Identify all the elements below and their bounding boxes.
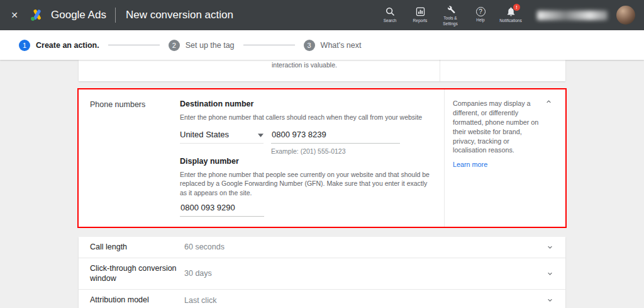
setting-value: Last click — [184, 296, 546, 305]
setting-label: Click-through conversion window — [90, 263, 184, 285]
google-ads-brand: Google Ads — [29, 8, 106, 23]
step-2-label: Set up the tag — [186, 41, 235, 50]
close-button[interactable]: ✕ — [0, 0, 29, 30]
setting-label: Attribution model — [90, 295, 184, 305]
chevron-down-icon[interactable] — [546, 270, 554, 278]
wizard-stepper: 1 Create an action. 2 Set up the tag 3 W… — [0, 30, 644, 60]
google-ads-logo-icon — [29, 8, 45, 23]
setting-row-click-through-window[interactable]: Click-through conversion window 30 days — [79, 258, 565, 290]
wrench-icon — [445, 4, 456, 14]
step-1-label: Create an action. — [36, 41, 99, 50]
setting-value: 30 days — [184, 269, 546, 278]
destination-number-example: Example: (201) 555-0123 — [271, 147, 431, 155]
chevron-up-icon — [545, 98, 553, 108]
side-note-panel: Companies may display a different, or di… — [444, 89, 565, 227]
nav-tools-settings[interactable]: Tools & Settings — [435, 4, 465, 26]
card-vertical-divider — [440, 60, 440, 81]
previous-section-card: interaction is valuable. — [79, 60, 565, 81]
setting-row-attribution-model[interactable]: Attribution model Last click — [79, 290, 565, 308]
step-3-label: What's next — [321, 41, 362, 50]
side-note-text: Companies may display a different, or di… — [453, 99, 543, 155]
nav-tools-settings-label: Tools & Settings — [438, 16, 463, 26]
nav-notifications-label: Notifications — [499, 18, 521, 23]
destination-number-input[interactable] — [271, 130, 400, 144]
dropdown-caret-icon — [258, 130, 264, 139]
learn-more-link[interactable]: Learn more — [453, 161, 487, 168]
avatar[interactable] — [616, 6, 635, 25]
step-set-up-tag[interactable]: 2 Set up the tag — [169, 40, 235, 51]
nav-reports[interactable]: Reports — [405, 6, 435, 23]
content-area: interaction is valuable. Phone numbers D… — [0, 60, 644, 308]
country-select[interactable]: United States — [180, 130, 264, 144]
brand-name: Google Ads — [51, 9, 106, 21]
step-whats-next[interactable]: 3 What's next — [304, 40, 362, 51]
setting-row-call-length[interactable]: Call length 60 seconds — [79, 237, 565, 258]
phone-numbers-card: Phone numbers Destination number Enter t… — [79, 89, 565, 227]
destination-number-title: Destination number — [180, 100, 431, 108]
screen: ✕ Google Ads New conversion action Searc… — [0, 0, 644, 308]
page-title: New conversion action — [126, 9, 233, 21]
display-number-input[interactable] — [180, 203, 264, 217]
close-icon: ✕ — [11, 10, 18, 20]
phone-numbers-section-label: Phone numbers — [79, 89, 180, 227]
notification-badge: ! — [513, 4, 520, 11]
destination-number-row: United States — [180, 130, 431, 144]
nav-notifications[interactable]: ! Notifications — [496, 6, 526, 23]
step-3-circle: 3 — [304, 40, 315, 51]
nav-reports-label: Reports — [413, 18, 428, 23]
nav-search[interactable]: Search — [375, 6, 405, 23]
topbar-divider — [115, 8, 116, 23]
previous-section-partial-text: interaction is valuable. — [272, 61, 337, 69]
country-select-value: United States — [180, 130, 229, 139]
reports-icon — [415, 6, 426, 17]
chevron-down-icon[interactable] — [546, 296, 554, 304]
phone-numbers-form: Destination number Enter the phone numbe… — [180, 89, 444, 227]
search-icon — [385, 6, 396, 17]
nav-help[interactable]: ? Help — [465, 7, 496, 23]
nav-search-label: Search — [384, 18, 397, 23]
setting-label: Call length — [90, 242, 184, 253]
red-annotation-box: Phone numbers Destination number Enter t… — [77, 88, 567, 228]
chevron-down-icon[interactable] — [546, 243, 554, 251]
step-connector — [243, 45, 295, 45]
step-connector — [108, 45, 160, 45]
display-number-title: Display number — [180, 157, 431, 166]
step-2-circle: 2 — [169, 40, 180, 51]
nav-help-label: Help — [476, 18, 484, 23]
step-create-action[interactable]: 1 Create an action. — [19, 40, 99, 51]
setting-value: 60 seconds — [184, 242, 546, 251]
help-icon: ? — [476, 7, 486, 16]
collapse-section-button[interactable] — [545, 98, 553, 106]
topbar: ✕ Google Ads New conversion action Searc… — [0, 0, 644, 30]
collapsed-settings-card: Call length 60 seconds Click-through con… — [79, 237, 565, 308]
account-name-blurred[interactable] — [537, 11, 608, 20]
destination-number-description: Enter the phone number that callers shou… — [180, 113, 431, 122]
display-number-description: Enter the phone number that people see c… — [180, 170, 431, 197]
step-1-circle: 1 — [19, 40, 30, 51]
